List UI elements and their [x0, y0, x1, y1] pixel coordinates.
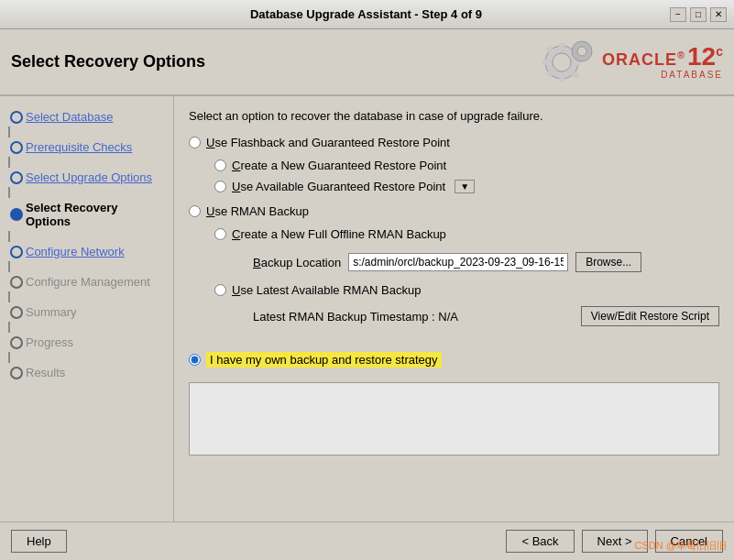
svg-rect-4 — [542, 60, 548, 65]
oracle-brand-text: ORACLE® — [602, 49, 685, 70]
title-bar: Database Upgrade Assistant - Step 4 of 9… — [0, 0, 734, 29]
sidebar-dot-5 — [10, 246, 23, 258]
flashback-sub-options: Create a New Guaranteed Restore Point Us… — [214, 159, 719, 193]
restore-point-dropdown[interactable]: ▼ — [455, 180, 475, 193]
timestamp-label: Latest RMAN Backup Timestamp : N/A — [253, 310, 458, 324]
sidebar: Select Database Prerequisite Checks — [0, 96, 174, 522]
window-title: Database Upgrade Assistant - Step 4 of 9 — [62, 7, 670, 21]
sidebar-item-configure-network[interactable]: Configure Network — [0, 242, 173, 261]
svg-point-11 — [577, 47, 586, 56]
backup-location-input[interactable] — [348, 253, 568, 271]
sidebar-dot-3 — [10, 171, 23, 184]
oracle-database-text: DATABASE — [661, 70, 723, 80]
sidebar-label-results: Results — [26, 366, 65, 379]
sidebar-label-progress: Progress — [26, 335, 73, 349]
sidebar-item-progress: Progress — [0, 333, 173, 352]
flashback-label: Use Flashback and Guaranteed Restore Poi… — [206, 136, 450, 149]
backup-location-row: Backup Location Browse... — [253, 252, 719, 272]
sidebar-item-configure-management: Configure Management — [0, 272, 173, 291]
sidebar-label-select-database[interactable]: Select Database — [26, 110, 113, 124]
view-edit-restore-script-button[interactable]: View/Edit Restore Script — [581, 306, 719, 326]
svg-rect-3 — [559, 76, 564, 82]
flashback-radio[interactable] — [189, 137, 201, 148]
rman-label: Use RMAN Backup — [206, 204, 309, 218]
own-strategy-section: I have my own backup and restore strateg… — [189, 345, 719, 368]
sidebar-label-configure-management: Configure Management — [26, 275, 150, 289]
sidebar-dot-2 — [10, 141, 23, 154]
new-offline-backup-radio[interactable] — [214, 228, 226, 240]
main-window: Select Recovery Options — [0, 29, 734, 560]
footer-right: < Back Next > Cancel — [506, 530, 723, 553]
sidebar-item-summary: Summary — [0, 302, 173, 322]
info-box — [189, 382, 719, 456]
svg-rect-2 — [559, 43, 564, 49]
sidebar-label-prerequisite-checks[interactable]: Prerequisite Checks — [26, 140, 132, 154]
radio-option-own-strategy[interactable]: I have my own backup and restore strateg… — [189, 352, 719, 368]
maximize-button[interactable]: □ — [690, 7, 707, 22]
help-button[interactable]: Help — [11, 530, 67, 553]
footer-left: Help — [11, 530, 67, 553]
sidebar-label-select-recovery-options: Select Recovery Options — [26, 201, 166, 228]
latest-backup-label: Use Latest Available RMAN Backup — [232, 283, 421, 297]
recovery-options-group: Use Flashback and Guaranteed Restore Poi… — [189, 136, 719, 368]
footer: Help < Back Next > Cancel — [0, 522, 734, 560]
own-strategy-label: I have my own backup and restore strateg… — [206, 352, 442, 368]
sidebar-item-select-database[interactable]: Select Database — [0, 107, 173, 126]
sub-option-latest-backup[interactable]: Use Latest Available RMAN Backup — [214, 283, 719, 297]
oracle-version-text: 12c — [687, 44, 723, 70]
page-title: Select Recovery Options — [11, 52, 205, 71]
timestamp-row: Latest RMAN Backup Timestamp : N/A View/… — [253, 306, 719, 326]
main-content: Select an option to recover the database… — [174, 96, 734, 522]
sidebar-dot-8 — [10, 336, 23, 349]
sidebar-dot-1 — [10, 111, 23, 124]
sidebar-dot-4 — [10, 208, 23, 221]
sidebar-item-prerequisite-checks[interactable]: Prerequisite Checks — [0, 137, 173, 157]
oracle-logo: ORACLE® 12c DATABASE — [542, 37, 723, 87]
sidebar-dot-9 — [10, 367, 23, 379]
gear-icon — [542, 37, 597, 87]
sub-option-create-restore-point[interactable]: Create a New Guaranteed Restore Point — [214, 159, 719, 172]
sidebar-item-select-recovery-options: Select Recovery Options — [0, 198, 173, 231]
create-restore-point-radio[interactable] — [214, 159, 226, 171]
sidebar-label-select-upgrade-options[interactable]: Select Upgrade Options — [26, 170, 152, 184]
sidebar-dot-6 — [10, 276, 23, 289]
svg-point-1 — [553, 53, 571, 71]
page-header: Select Recovery Options — [0, 29, 734, 96]
sub-option-use-restore-point[interactable]: Use Available Guaranteed Restore Point ▼ — [214, 180, 719, 193]
rman-sub-options: Create a New Full Offline RMAN Backup Ba… — [214, 227, 719, 326]
window-controls: − □ ✕ — [670, 7, 727, 22]
use-restore-point-label: Use Available Guaranteed Restore Point — [232, 180, 445, 193]
use-restore-point-radio[interactable] — [214, 181, 226, 192]
latest-backup-radio[interactable] — [214, 284, 226, 296]
sidebar-item-results: Results — [0, 363, 173, 382]
create-restore-point-label: Create a New Guaranteed Restore Point — [232, 159, 446, 172]
new-offline-backup-label: Create a New Full Offline RMAN Backup — [232, 227, 446, 241]
radio-option-flashback[interactable]: Use Flashback and Guaranteed Restore Poi… — [189, 136, 719, 149]
minimize-button[interactable]: − — [670, 7, 686, 22]
own-strategy-radio[interactable] — [189, 354, 201, 366]
content-area: Select Database Prerequisite Checks — [0, 96, 734, 522]
sidebar-label-configure-network[interactable]: Configure Network — [26, 245, 125, 258]
next-button[interactable]: Next > — [582, 530, 648, 553]
back-button[interactable]: < Back — [506, 530, 574, 553]
oracle-text: ORACLE® 12c DATABASE — [602, 44, 723, 80]
sidebar-dot-7 — [10, 306, 23, 319]
radio-option-rman[interactable]: Use RMAN Backup — [189, 204, 719, 218]
close-button[interactable]: ✕ — [710, 7, 727, 22]
backup-location-label: Backup Location — [253, 256, 341, 269]
cancel-button[interactable]: Cancel — [655, 530, 723, 553]
sub-option-new-offline-backup[interactable]: Create a New Full Offline RMAN Backup — [214, 227, 719, 241]
sidebar-item-select-upgrade-options[interactable]: Select Upgrade Options — [0, 168, 173, 187]
sidebar-label-summary: Summary — [26, 305, 77, 319]
rman-radio[interactable] — [189, 205, 201, 217]
browse-button[interactable]: Browse... — [575, 252, 641, 272]
instruction-text: Select an option to recover the database… — [189, 109, 719, 123]
